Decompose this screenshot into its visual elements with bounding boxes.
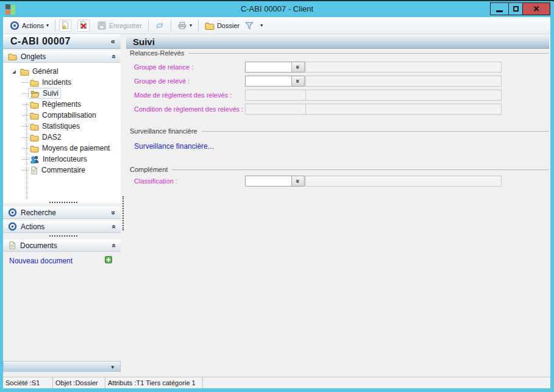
recherche-section-header[interactable]: Recherche » <box>3 206 121 219</box>
maximize-button[interactable] <box>509 3 523 15</box>
folder-icon <box>8 52 17 60</box>
vertical-splitter[interactable] <box>121 34 126 377</box>
dossier-label: Dossier <box>217 22 240 29</box>
group-rule <box>172 169 549 170</box>
tree-item-statistiques[interactable]: Statistiques <box>30 121 80 132</box>
onglets-tree: Général Incidents Suivi Règlements <box>3 63 121 203</box>
field-label: Mode de règlement des relevés : <box>134 90 232 101</box>
actions-section-header[interactable]: Actions » <box>3 220 121 233</box>
document-icon <box>8 241 16 250</box>
sidebar: C-ABI 00007 « Onglets » Général Incident… <box>3 34 121 377</box>
combo-chevron-icon: » <box>294 65 302 69</box>
window-border-right <box>550 17 554 388</box>
folder-open-icon <box>30 90 40 98</box>
expander-icon[interactable] <box>10 68 17 75</box>
documents-section-header[interactable]: Documents » <box>3 239 121 252</box>
tree-item-label: Incidents <box>42 78 71 87</box>
field-row-groupe-releve: Groupe de relevé : » <box>126 76 550 87</box>
group-title: Surveillance financière <box>130 127 197 135</box>
group-rule <box>202 131 549 132</box>
save-button[interactable]: Enregistrer <box>94 20 144 32</box>
tree-item-label: Commentaire <box>41 166 85 174</box>
delete-record-button[interactable] <box>77 20 90 32</box>
refresh-button[interactable] <box>152 20 167 32</box>
tree-item-das2[interactable]: DAS2 <box>30 132 61 143</box>
tree-item-commentaire[interactable]: Commentaire <box>30 165 85 176</box>
print-button[interactable]: ▾ <box>175 20 194 32</box>
application-window: C-ABI 00007 - Client ✕ Actions ▾ Enregis… <box>0 0 554 392</box>
tree-item-reglements[interactable]: Règlements <box>30 99 81 110</box>
page-title: Suivi <box>126 37 155 47</box>
sidebar-collapse-button[interactable]: « <box>111 37 121 46</box>
tree-item-label: Général <box>32 67 59 76</box>
tree-item-label: Statistiques <box>42 122 80 130</box>
group-complement: Complément <box>130 165 549 174</box>
document-icon <box>30 166 38 175</box>
splitter-handle[interactable] <box>49 202 77 203</box>
recherche-target-icon <box>8 208 17 217</box>
tree-connector <box>23 82 29 83</box>
group-rule <box>188 53 549 54</box>
tree-item-interlocuteurs[interactable]: Interlocuteurs <box>30 154 87 165</box>
status-attributs: Attributs :T1 Tiers catégorie 1 <box>105 377 203 388</box>
status-empty <box>203 377 550 388</box>
actions-menu-button[interactable]: Actions ▾ <box>7 20 51 32</box>
combo-dropdown-button[interactable]: » <box>291 62 304 72</box>
field-row-classification: Classification : » <box>126 176 550 187</box>
tree-connector <box>26 103 27 199</box>
tree-item-incidents[interactable]: Incidents <box>30 77 71 88</box>
surveillance-financiere-link[interactable]: Surveillance financière... <box>134 142 214 151</box>
status-objet: Objet :Dossier <box>53 377 105 388</box>
folder-icon <box>20 68 29 76</box>
record-title: C-ABI 00007 <box>3 36 71 47</box>
actions-target-icon <box>8 222 17 231</box>
combo-dropdown-button[interactable]: » <box>291 176 304 186</box>
groupe-relance-description-field <box>305 62 502 73</box>
add-document-button[interactable] <box>105 256 112 263</box>
group-title: Complément <box>130 166 168 173</box>
combo-chevron-icon: » <box>294 179 302 183</box>
tree-item-suivi[interactable]: Suivi <box>30 88 61 99</box>
folder-icon <box>30 101 39 109</box>
close-button[interactable]: ✕ <box>523 3 550 15</box>
save-label: Enregistrer <box>109 22 142 29</box>
status-bar: Société :S1 Objet :Dossier Attributs :T1… <box>3 377 550 388</box>
splitter-handle[interactable] <box>49 235 77 237</box>
nouveau-document-link[interactable]: Nouveau document <box>3 257 73 265</box>
filter-funnel-icon <box>244 21 254 30</box>
collapse-chevron-icon: » <box>110 243 118 248</box>
window-border-left <box>0 17 3 388</box>
tree-item-comptabilisation[interactable]: Comptabilisation <box>30 110 96 121</box>
tree-item-label: Interlocuteurs <box>43 155 87 163</box>
documents-label: Documents <box>20 241 57 250</box>
onglets-section-header[interactable]: Onglets » <box>3 50 121 63</box>
groupe-relance-combo[interactable]: » <box>245 62 305 73</box>
collapse-chevron-icon: » <box>110 54 118 59</box>
group-relances-releves: Relances-Relevés <box>130 49 549 57</box>
condition-reglement-description-field <box>305 104 502 115</box>
filter-button[interactable]: ▾ <box>242 20 265 32</box>
minimize-button[interactable] <box>491 3 509 15</box>
classification-combo[interactable]: » <box>245 176 305 187</box>
main-panel: Suivi Relances-Relevés Groupe de relance… <box>126 34 550 377</box>
tree-item-label: Suivi <box>43 89 59 98</box>
actions-menu-label: Actions <box>22 22 44 29</box>
tree-connector <box>23 159 29 160</box>
print-dropdown-icon: ▾ <box>190 23 192 28</box>
tree-item-general[interactable]: Général <box>10 66 59 77</box>
group-title: Relances-Relevés <box>130 49 184 57</box>
field-row-groupe-relance: Groupe de relance : » <box>126 62 550 73</box>
nouveau-document-row: Nouveau document <box>3 255 121 266</box>
combo-dropdown-button[interactable]: » <box>291 76 304 86</box>
groupe-releve-combo[interactable]: » <box>245 76 305 87</box>
dossier-button[interactable]: Dossier <box>202 20 242 31</box>
toolbar-separator <box>55 20 55 32</box>
record-header: C-ABI 00007 « <box>3 34 121 49</box>
folder-icon <box>30 144 39 152</box>
new-record-button[interactable] <box>59 20 71 32</box>
tree-item-moyens-de-paiement[interactable]: Moyens de paiement <box>30 143 110 154</box>
actions-dropdown-icon: ▾ <box>46 23 49 28</box>
tree-item-label: DAS2 <box>42 133 61 141</box>
sidebar-footer-bar[interactable]: ▾ <box>3 361 121 372</box>
recherche-label: Recherche <box>21 208 56 217</box>
